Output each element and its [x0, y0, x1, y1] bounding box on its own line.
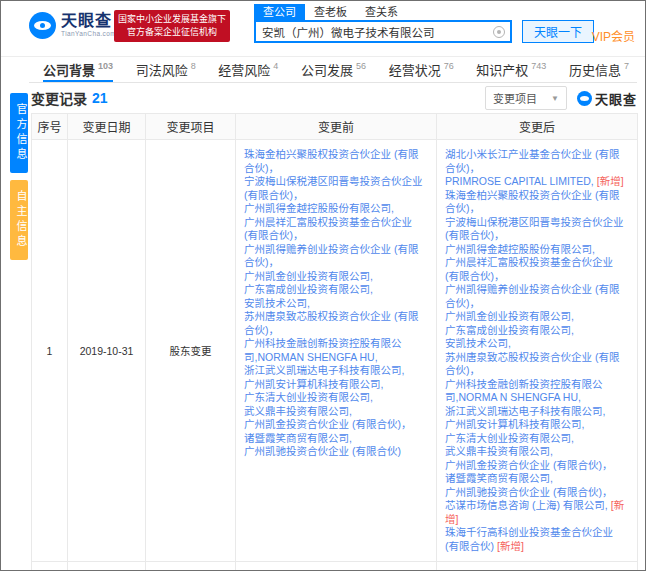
section-title: 变更记录 [31, 88, 87, 108]
change-item-filter-dropdown[interactable]: 变更项目 ▼ [485, 86, 567, 110]
shareholder-link[interactable]: 广州凯金创业投资有限公司, [445, 310, 629, 324]
shareholder-link[interactable]: 珠海金柏兴聚股权投资合伙企业 (有限合伙)， [244, 148, 428, 175]
shareholder-link[interactable]: 武义鼎丰投资有限公司, [244, 405, 428, 419]
col-header-before: 变更前 [236, 114, 437, 140]
company-nav-tabs: 公司背景 103 司法风险 8 经营风险 4 公司发展 56 经营状况 76 [29, 57, 637, 83]
row-no: 1 [32, 140, 68, 562]
tianyancha-page: 天眼查 TianYanCha.com 国家中小企业发展基金旗下 官方备案企业征信… [0, 0, 646, 571]
side-tab-official-info[interactable]: 官方信息 [10, 93, 28, 173]
shareholder-link[interactable]: 苏州唐泉致芯股权投资合伙企业 (有限合伙)， [445, 351, 629, 378]
shareholder-link[interactable]: 广州凯得金越控股股份有限公司, [244, 202, 428, 216]
row-item: 股东变更 [146, 140, 236, 562]
row-date: 2019-10-31 [68, 562, 146, 571]
search-input[interactable] [256, 22, 510, 41]
cell-after-value: 1535.54678万元 (美元)（+3.09%） [437, 562, 638, 571]
tianyancha-eye-icon [29, 12, 56, 39]
col-header-after: 变更后 [437, 114, 638, 140]
section-header: 变更记录 21 变更项目 ▼ 天眼查 [31, 83, 637, 113]
nav-tab[interactable]: 公司发展 56 [301, 57, 366, 82]
shareholder-link[interactable]: 诸暨霞笑商贸有限公司, [445, 472, 629, 486]
shareholder-link[interactable]: 宁波梅山保税港区阳晋粤投资合伙企业 (有限合伙)， [244, 175, 428, 202]
row-no: 2 [32, 562, 68, 571]
shareholder-link[interactable]: 广州科技金融创新投资控股有限公司,NORMAN SHENGFA HU, [244, 337, 428, 364]
new-tag: [新增] [597, 175, 624, 187]
shareholder-link[interactable]: 安凯技术公司, [445, 337, 629, 351]
filter-label: 变更项目 [493, 90, 537, 106]
shareholder-link[interactable]: 广州凯驰投资合伙企业 (有限合伙)， [445, 486, 629, 500]
shareholder-link[interactable]: 珠海金柏兴聚股权投资合伙企业 (有限合伙)， [445, 189, 629, 216]
nav-tab[interactable]: 经营风险 4 [218, 57, 278, 82]
tianyancha-watermark: 天眼查 [577, 89, 637, 108]
shareholder-link[interactable]: 广州凯安计算机科技有限公司, [445, 418, 629, 432]
tianyancha-logo[interactable]: 天眼查 TianYanCha.com [29, 12, 116, 39]
brand-domain: TianYanCha.com [61, 31, 116, 38]
shareholder-link[interactable]: 广州凯得赡养创业投资合伙企业 (有限合伙)， [244, 243, 428, 270]
cell-before-value: 1489.480377万元 (美元) [236, 562, 437, 571]
nav-tab[interactable]: 知识产权 743 [476, 57, 546, 82]
shareholder-link[interactable]: 广州凯得金越控股股份有限公司, [445, 243, 629, 257]
shareholder-link[interactable]: 浙江武义凯瑞达电子科技有限公司, [445, 405, 629, 419]
shareholder-link[interactable]: PRIMROSE CAPITAL LIMITED,[新增] [445, 175, 629, 189]
shareholder-link[interactable]: 武义鼎丰投资有限公司, [445, 445, 629, 459]
col-header-date: 变更日期 [68, 114, 146, 140]
shareholder-link[interactable]: 广州凯金投资合伙企业 (有限合伙)， [445, 459, 629, 473]
camera-icon[interactable] [493, 26, 505, 38]
shareholder-link[interactable]: 广州晨祥汇富股权投资基金合伙企业 (有限合伙)， [244, 216, 428, 243]
shareholder-link[interactable]: 珠海千行高科创业投资基金合伙企业 (有限合伙)[新增] [445, 526, 629, 553]
search-type-tab[interactable]: 查老板 [305, 4, 356, 20]
nav-tab[interactable]: 公司背景 103 [43, 57, 113, 82]
shareholder-link[interactable]: 广州凯驰投资合伙企业 (有限合伙) [244, 445, 428, 459]
search-input-wrap [254, 20, 512, 43]
badge-line1: 国家中小企业发展基金旗下 [116, 13, 228, 26]
shareholder-link[interactable]: 湖北小米长江产业基金合伙企业 (有限合伙)， [445, 148, 629, 175]
shareholder-link[interactable]: 广东清大创业投资有限公司, [244, 391, 428, 405]
tianyancha-watermark-icon [577, 91, 592, 106]
shareholder-link[interactable]: 广州凯金投资合伙企业 (有限合伙)， [244, 418, 428, 432]
brand-name: 天眼查 [61, 13, 116, 29]
side-tab-self-info[interactable]: 自主信息 [10, 180, 28, 260]
shareholder-link[interactable]: 浙江武义凯瑞达电子科技有限公司, [244, 364, 428, 378]
search-type-tabs: 查公司 查老板 查关系 [254, 4, 594, 20]
vip-member-link[interactable]: VIP会员 [592, 27, 635, 44]
shareholder-link[interactable]: 广州凯得赡养创业投资合伙企业 (有限合伙)， [445, 283, 629, 310]
shareholder-link[interactable]: 宁波梅山保税港区阳晋粤投资合伙企业 (有限合伙)， [445, 216, 629, 243]
side-tabs: 官方信息 自主信息 [10, 93, 28, 260]
table-row: 1 2019-10-31 股东变更 珠海金柏兴聚股权投资合伙企业 (有限合伙)， [32, 140, 638, 562]
shareholder-link[interactable]: 广州凯安计算机科技有限公司, [244, 378, 428, 392]
brand-text: 天眼查 TianYanCha.com [61, 13, 116, 38]
search-area: 查公司 查老板 查关系 天眼一下 [254, 4, 594, 43]
content-body: 官方信息 自主信息 变更记录 21 变更项目 ▼ 天眼查 [1, 83, 645, 571]
col-header-no: 序号 [32, 114, 68, 140]
shareholder-link[interactable]: 广东富成创业投资有限公司, [244, 283, 428, 297]
nav-tab[interactable]: 历史信息 7 [569, 57, 629, 82]
nav-tab[interactable]: 经营状况 76 [389, 57, 454, 82]
section-count: 21 [92, 90, 108, 106]
chevron-down-icon: ▼ [551, 94, 559, 103]
row-item: 注册资本(金)变更 [146, 562, 236, 571]
col-header-item: 变更项目 [146, 114, 236, 140]
shareholder-link[interactable]: 苏州唐泉致芯股权投资合伙企业 (有限合伙)， [244, 310, 428, 337]
shareholder-link[interactable]: 广州凯金创业投资有限公司, [244, 270, 428, 284]
shareholder-link[interactable]: 广州科技金融创新投资控股有限公司,NORMA N SHENGFA HU, [445, 378, 629, 405]
search-type-tab[interactable]: 查关系 [356, 4, 407, 20]
header: 天眼查 TianYanCha.com 国家中小企业发展基金旗下 官方备案企业征信… [1, 1, 645, 57]
table-row: 2 2019-10-31 注册资本(金)变更 1489.480377万元 (美元… [32, 562, 638, 571]
badge-line2: 官方备案企业征信机构 [116, 26, 228, 39]
table-header-row: 序号 变更日期 变更项目 变更前 变更后 [32, 114, 638, 140]
official-credit-badge: 国家中小企业发展基金旗下 官方备案企业征信机构 [114, 10, 230, 42]
shareholder-link[interactable]: 广东清大创业投资有限公司, [445, 432, 629, 446]
cell-after: 湖北小米长江产业基金合伙企业 (有限合伙)， PRIMROSE CAPITAL … [437, 140, 638, 562]
new-tag: [新增] [497, 540, 524, 552]
shareholder-link[interactable]: 诸暨霞笑商贸有限公司, [244, 432, 428, 446]
shareholder-link[interactable]: 广东富成创业投资有限公司, [445, 324, 629, 338]
row-date: 2019-10-31 [68, 140, 146, 562]
shareholder-link[interactable]: 安凯技术公司, [244, 297, 428, 311]
shareholder-link[interactable]: 广州晨祥汇富股权投资基金合伙企业 (有限合伙)， [445, 256, 629, 283]
search-button[interactable]: 天眼一下 [522, 20, 594, 43]
search-type-tab[interactable]: 查公司 [254, 4, 305, 20]
nav-tab[interactable]: 司法风险 8 [136, 57, 196, 82]
cell-before: 珠海金柏兴聚股权投资合伙企业 (有限合伙)， 宁波梅山保税港区阳晋粤投资合伙企业… [236, 140, 437, 562]
shareholder-link[interactable]: 芯谋市场信息咨询 (上海) 有限公司,[新增] [445, 499, 629, 526]
watermark-text: 天眼查 [595, 89, 637, 108]
change-records-table: 序号 变更日期 变更项目 变更前 变更后 1 2019-10-31 股东变更 [31, 113, 638, 571]
